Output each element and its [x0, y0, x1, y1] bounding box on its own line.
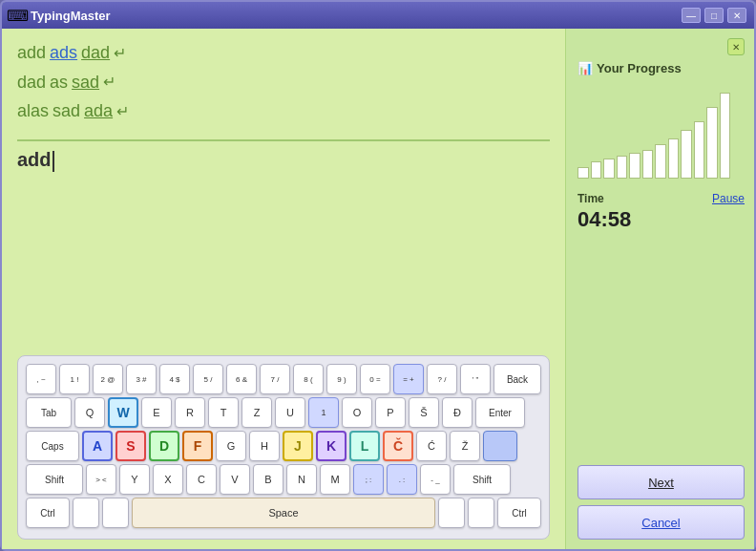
text-line-2: dad as sad ↵	[17, 68, 550, 97]
tab-key[interactable]: Tab	[26, 397, 72, 428]
key-x[interactable]: X	[153, 464, 183, 495]
key-i[interactable]: 1	[308, 397, 339, 428]
close-panel-button[interactable]: ✕	[727, 38, 745, 55]
backspace-key[interactable]: Back	[494, 364, 541, 394]
caps-key[interactable]: Caps	[26, 431, 79, 461]
key-e[interactable]: E	[141, 397, 172, 428]
key-f[interactable]: F	[182, 431, 213, 461]
key-dj[interactable]: Đ	[442, 397, 472, 428]
word-dad: dad	[81, 38, 110, 68]
key-7[interactable]: 7 /	[260, 364, 290, 394]
text-line-3: alas sad ada ↵	[17, 96, 550, 126]
key-0[interactable]: 0 =	[360, 364, 390, 394]
key-period[interactable]: . :	[387, 464, 417, 495]
key-semicolon[interactable]: ; :	[353, 464, 384, 495]
key-quote[interactable]: ' "	[460, 364, 491, 394]
key-r[interactable]: R	[175, 397, 205, 428]
key-5[interactable]: 5 /	[193, 364, 223, 394]
key-q[interactable]: Q	[74, 397, 105, 428]
space-key[interactable]: Space	[132, 498, 435, 528]
key-l[interactable]: L	[349, 431, 380, 461]
key-angle[interactable]: > <	[86, 464, 116, 495]
progress-bar	[706, 107, 718, 179]
text-line-1: add ads dad ↵	[17, 38, 550, 68]
key-j[interactable]: J	[283, 431, 313, 461]
word-sad: sad	[72, 68, 99, 97]
key-g[interactable]: G	[216, 431, 246, 461]
key-h[interactable]: H	[249, 431, 280, 461]
right-shift-key[interactable]: Shift	[453, 464, 511, 495]
cancel-button[interactable]: Cancel	[578, 505, 745, 540]
key-zh[interactable]: Ž	[450, 431, 480, 461]
key-fn3[interactable]	[438, 498, 465, 528]
typing-display: add	[17, 149, 550, 180]
pause-button[interactable]: Pause	[712, 192, 745, 205]
progress-bar	[642, 150, 654, 179]
key-y[interactable]: Y	[119, 464, 150, 495]
close-button[interactable]: ✕	[727, 8, 746, 23]
word-add: add	[17, 38, 46, 68]
left-ctrl-key[interactable]: Ctrl	[26, 498, 70, 528]
key-sh[interactable]: Š	[409, 397, 439, 428]
key-k[interactable]: K	[316, 431, 346, 461]
key-s[interactable]: S	[116, 431, 146, 461]
key-u[interactable]: U	[275, 397, 305, 428]
virtual-keyboard: , ~ 1 ! 2 @ 3 # 4 $ 5 / 6 & 7 / 8 ( 9 ) …	[17, 355, 550, 540]
key-d[interactable]: D	[149, 431, 179, 461]
window-controls: — □ ✕	[682, 8, 746, 23]
right-ctrl-key[interactable]: Ctrl	[497, 498, 541, 528]
key-fn1[interactable]	[73, 498, 99, 528]
left-shift-key[interactable]: Shift	[26, 464, 83, 495]
key-3[interactable]: 3 #	[126, 364, 157, 394]
progress-bar	[578, 167, 589, 179]
progress-label: Your Progress	[597, 61, 682, 75]
key-minus[interactable]: - _	[420, 464, 451, 495]
progress-icon: 📊	[578, 61, 593, 75]
keyboard-row-3: Caps A S D F G H J K L Č Ć Ž	[26, 431, 541, 461]
key-1[interactable]: 1 !	[59, 364, 90, 394]
cursor	[52, 151, 54, 172]
key-c[interactable]: C	[186, 464, 217, 495]
key-w[interactable]: W	[108, 397, 138, 428]
key-b[interactable]: B	[253, 464, 284, 495]
key-8[interactable]: 8 (	[293, 364, 324, 394]
time-header: Time Pause	[578, 192, 745, 205]
key-o[interactable]: O	[342, 397, 372, 428]
word-sad2: sad	[52, 96, 80, 126]
word-dad2: dad	[17, 68, 46, 97]
return-symbol-2: ↵	[103, 69, 116, 95]
key-t[interactable]: T	[208, 397, 239, 428]
enter-key[interactable]: Enter	[475, 397, 525, 428]
progress-bar	[655, 144, 666, 179]
time-label: Time	[578, 192, 604, 205]
key-fn2[interactable]	[102, 498, 129, 528]
key-n[interactable]: N	[286, 464, 317, 495]
word-alas: alas	[17, 96, 49, 126]
progress-chart	[578, 83, 730, 179]
key-z[interactable]: Z	[242, 397, 272, 428]
next-button[interactable]: Next	[578, 465, 745, 499]
text-display: add ads dad ↵ dad as sad ↵ alas sad ada …	[17, 38, 550, 126]
key-grave[interactable]: , ~	[26, 364, 56, 394]
key-equals[interactable]: = +	[393, 364, 424, 394]
key-question[interactable]: ? /	[427, 364, 457, 394]
keyboard-row-1: , ~ 1 ! 2 @ 3 # 4 $ 5 / 6 & 7 / 8 ( 9 ) …	[26, 364, 541, 394]
key-fn4[interactable]	[468, 498, 494, 528]
key-9[interactable]: 9 )	[326, 364, 357, 394]
key-p[interactable]: P	[375, 397, 406, 428]
key-m[interactable]: M	[320, 464, 350, 495]
return-symbol-3: ↵	[116, 98, 129, 124]
app-icon: ⌨	[10, 8, 25, 23]
maximize-button[interactable]: □	[704, 8, 724, 23]
key-bracket[interactable]	[483, 431, 517, 461]
key-6[interactable]: 6 &	[226, 364, 257, 394]
word-ads: ads	[50, 38, 77, 68]
key-a[interactable]: A	[82, 431, 113, 461]
title-bar: ⌨ TypingMaster — □ ✕	[2, 2, 754, 29]
key-ch[interactable]: Č	[383, 431, 413, 461]
key-cc[interactable]: Ć	[416, 431, 447, 461]
key-2[interactable]: 2 @	[93, 364, 123, 394]
key-4[interactable]: 4 $	[159, 364, 190, 394]
key-v[interactable]: V	[220, 464, 250, 495]
minimize-button[interactable]: —	[682, 8, 701, 23]
